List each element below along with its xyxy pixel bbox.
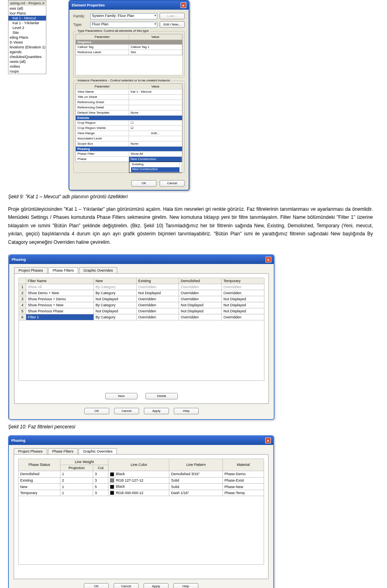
- load-button[interactable]: Load...: [160, 13, 185, 19]
- project-browser[interactable]: ✕ asing.rvt - Project... ews (all) loor …: [8, 0, 46, 74]
- tree-item[interactable]: ews (all): [8, 6, 46, 11]
- col-filter-name: Filter Name: [26, 278, 94, 284]
- col-header: [19, 278, 26, 284]
- col-line-weight: Line Weight: [60, 459, 108, 465]
- param-row: View RangeEdit...: [76, 131, 182, 136]
- tab-graphic-overrides[interactable]: Graphic Overrides: [79, 267, 117, 273]
- col-temporary: Temporary: [222, 278, 264, 284]
- tree-item[interactable]: ımilies: [8, 64, 46, 69]
- table-row: Demolished13BlackDemolished 3/16"Phase-D…: [19, 471, 264, 477]
- phase-dropdown[interactable]: New Construction Existing New Constructi…: [129, 157, 182, 162]
- category-phasing[interactable]: Phasing: [76, 146, 182, 151]
- tab-project-phases[interactable]: Project Phases: [14, 448, 47, 454]
- color-swatch-icon: [110, 485, 114, 489]
- tree-item[interactable]: neets (all): [8, 59, 46, 64]
- col-cut: Cut: [93, 465, 108, 471]
- family-label: Family:: [73, 14, 88, 18]
- close-icon[interactable]: ✕: [42, 1, 45, 5]
- figure-9-caption: Şekil 9: "Kat 1 – Mevcut" adlı planının …: [8, 194, 373, 199]
- col-existing: Existing: [136, 278, 179, 284]
- instance-params-grid[interactable]: Parameter Value View NameKat 1 - Mevcut …: [75, 83, 183, 162]
- instance-legend: Instance Parameters - Control selected o…: [76, 79, 171, 82]
- col-new: New: [94, 278, 136, 284]
- param-header: Parameter: [76, 84, 129, 89]
- tree-item[interactable]: levations (Elevation 1): [8, 45, 46, 50]
- cancel-button[interactable]: Cancel: [160, 180, 185, 187]
- tab-graphic-overrides[interactable]: Graphic Overrides: [79, 448, 117, 454]
- graphic-overrides-panel: Phase Status Line Weight Line Color Line…: [14, 454, 268, 579]
- edit-new-button[interactable]: Edit / New...: [160, 21, 185, 28]
- param-header: Parameter: [76, 34, 129, 39]
- new-button[interactable]: New: [105, 393, 137, 399]
- close-icon[interactable]: ✕: [265, 438, 271, 443]
- dialog-title: Phasing: [12, 258, 26, 262]
- phase-option-selected[interactable]: New Construction: [131, 167, 180, 172]
- element-properties-dialog: Element Properties ✕ Family: System Fami…: [69, 0, 189, 191]
- table-row: 6Filter 1By CategoryOverriddenOverridden…: [19, 314, 264, 320]
- tree-item-selected[interactable]: Kat 1 - Mevcut: [8, 16, 46, 21]
- dialog-title: Phasing: [11, 438, 25, 443]
- param-row: Phase FilterShow All: [76, 151, 182, 156]
- close-icon[interactable]: ✕: [266, 257, 271, 262]
- family-combo[interactable]: System Family: Floor Plan: [90, 13, 157, 19]
- help-button[interactable]: Help: [174, 408, 199, 414]
- type-params-grid[interactable]: Parameter Value Graphics Callout TagCall…: [75, 34, 183, 55]
- type-combo[interactable]: Floor Plan: [90, 22, 157, 28]
- ok-button[interactable]: OK: [84, 408, 109, 414]
- table-row: New15BlackSolidPhase-New: [19, 484, 264, 490]
- apply-button[interactable]: Apply: [144, 408, 169, 414]
- figure-10-caption: Şekil 10: Faz filtreleri penceresi: [8, 424, 373, 430]
- tree-item[interactable]: loor Plans: [8, 11, 46, 16]
- table-row: 2Show Demo + NewBy CategoryNot Displayed…: [19, 290, 264, 296]
- cancel-button[interactable]: Cancel: [114, 408, 139, 414]
- tree-item[interactable]: Kat 1 - Yıkılanlar: [8, 21, 46, 25]
- tree-item[interactable]: roups: [8, 69, 46, 74]
- grid-blank: [19, 496, 264, 565]
- tree-item[interactable]: Site: [8, 30, 46, 35]
- dialog-title-bar[interactable]: Element Properties ✕: [69, 1, 189, 10]
- dialog-title-bar[interactable]: Phasing ✕: [9, 255, 274, 264]
- param-row: Crop Region Visible☑: [76, 125, 182, 131]
- help-button[interactable]: Help: [173, 583, 198, 588]
- category-extents[interactable]: Extents: [76, 115, 182, 120]
- tab-project-phases[interactable]: Project Phases: [14, 267, 48, 273]
- col-projection: Projection: [60, 465, 93, 471]
- grid-blank: [19, 320, 264, 381]
- dialog-title-bar[interactable]: Phasing ✕: [9, 436, 273, 445]
- param-row: Crop Region☐: [76, 120, 182, 125]
- phasing-dialog-filters: Phasing ✕ Project Phases Phase Filters G…: [8, 254, 275, 420]
- delete-button[interactable]: Delete: [146, 393, 178, 399]
- phase-filters-panel: Filter Name New Existing Demolished Temp…: [14, 273, 269, 404]
- graphic-overrides-table[interactable]: Phase Status Line Weight Line Color Line…: [18, 459, 264, 565]
- tree-item[interactable]: egends: [8, 50, 46, 54]
- tree-item[interactable]: D Views: [8, 40, 46, 45]
- table-row: Existing23RGB 127-127-12SolidPhase-Exist: [19, 477, 264, 484]
- phase-option[interactable]: Existing: [131, 162, 180, 167]
- phase-dropdown-list[interactable]: Existing New Construction: [129, 162, 182, 173]
- ok-button[interactable]: OK: [131, 180, 156, 187]
- cancel-button[interactable]: Cancel: [114, 583, 139, 588]
- tab-phase-filters[interactable]: Phase Filters: [48, 267, 79, 273]
- param-row: Callout TagCallout Tag 1: [76, 44, 182, 50]
- table-row: 4Show Previous + NewBy CategoryOverridde…: [19, 302, 264, 308]
- param-row: Associated Level: [76, 136, 182, 141]
- apply-button[interactable]: Apply: [144, 583, 169, 588]
- tab-strip: Project Phases Phase Filters Graphic Ove…: [9, 445, 273, 454]
- category-graphics[interactable]: Graphics: [76, 39, 182, 44]
- table-row: Temporary13RGB 000-000-12Dash 1/16"Phase…: [19, 490, 264, 496]
- color-swatch-icon: [110, 491, 114, 495]
- type-parameters-group: Type Parameters: Control all elements of…: [73, 31, 185, 77]
- ok-button[interactable]: OK: [84, 583, 109, 588]
- table-row: 5Show Previous PhaseNot DisplayedOverrid…: [19, 308, 264, 314]
- close-icon[interactable]: ✕: [181, 2, 186, 8]
- table-row: 3Show Previous + DemoNot DisplayedOverri…: [19, 296, 264, 302]
- param-row: View NameKat 1 - Mevcut: [76, 89, 182, 94]
- dialog-title: Element Properties: [72, 3, 105, 7]
- tree-item[interactable]: chedules/Quantities: [8, 54, 46, 59]
- tree-item[interactable]: Level 2: [8, 25, 46, 30]
- tab-strip: Project Phases Phase Filters Graphic Ove…: [9, 264, 274, 273]
- color-swatch-icon: [110, 478, 114, 482]
- tree-item[interactable]: eiling Plans: [8, 35, 46, 40]
- phase-filters-table[interactable]: Filter Name New Existing Demolished Temp…: [19, 278, 264, 320]
- tab-phase-filters[interactable]: Phase Filters: [48, 448, 78, 454]
